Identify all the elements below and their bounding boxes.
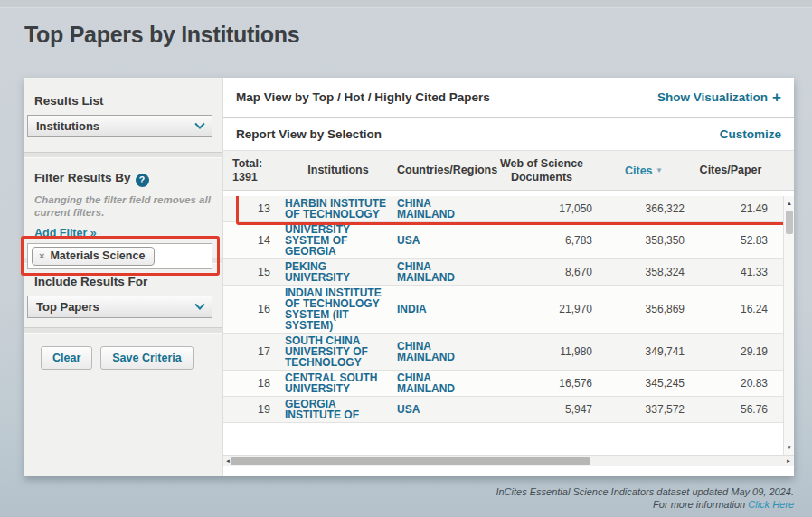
table-row[interactable]: 14 UNIVERSITY SYSTEM OF GEORGIA USA 6,78… bbox=[223, 222, 783, 259]
map-view-title: Map View by Top / Hot / Highly Cited Pap… bbox=[236, 90, 490, 104]
main-panel: Map View by Top / Hot / Highly Cited Pap… bbox=[223, 78, 794, 476]
country-cell: CHINA MAINLAND bbox=[397, 372, 484, 394]
table-row[interactable]: 15 PEKING UNIVERSITY CHINA MAINLAND 8,67… bbox=[223, 259, 783, 286]
institution-link[interactable]: GEORGIA INSTITUTE OF bbox=[285, 399, 392, 420]
horizontal-scrollbar[interactable]: ◄ ► bbox=[223, 455, 794, 466]
institution-link[interactable]: PEKING UNIVERSITY bbox=[285, 261, 392, 283]
wos-documents-cell: 5,947 bbox=[491, 404, 592, 415]
scroll-down-icon[interactable]: ▼ bbox=[784, 442, 795, 453]
plus-icon: + bbox=[772, 91, 781, 103]
include-results-dropdown[interactable]: Top Papers bbox=[27, 296, 212, 318]
cites-cell: 366,322 bbox=[603, 203, 685, 214]
country-cell: CHINA MAINLAND bbox=[397, 198, 484, 220]
top-strip bbox=[0, 0, 812, 8]
filter-tag-label: Materials Science bbox=[50, 249, 145, 262]
wos-documents-cell: 17,050 bbox=[491, 203, 592, 214]
vertical-scrollbar-thumb[interactable] bbox=[786, 211, 793, 234]
table-row[interactable]: 18 CENTRAL SOUTH UNIVERSITY CHINA MAINLA… bbox=[223, 371, 783, 397]
wos-documents-cell: 8,670 bbox=[491, 267, 592, 277]
include-results-section: Include Results For Top Papers bbox=[24, 264, 222, 327]
chevron-down-icon bbox=[194, 299, 204, 309]
rank-cell: 15 bbox=[232, 267, 270, 277]
table-row[interactable]: 16 INDIAN INSTITUTE OF TECHNOLOGY SYSTEM… bbox=[223, 286, 783, 334]
include-results-label: Include Results For bbox=[34, 275, 212, 288]
footer-note: InCites Essential Science Indicators dat… bbox=[496, 485, 794, 511]
cites-cell: 358,324 bbox=[603, 267, 685, 277]
report-view-bar: Report View by Selection Customize bbox=[223, 118, 794, 150]
map-view-bar: Map View by Top / Hot / Highly Cited Pap… bbox=[223, 78, 794, 118]
customize-link[interactable]: Customize bbox=[720, 127, 781, 141]
cites-per-paper-cell: 29.19 bbox=[694, 346, 768, 357]
col-header-wos-documents[interactable]: Web of Science Documents bbox=[491, 157, 592, 184]
col-header-cites-per-paper[interactable]: Cites/Paper bbox=[694, 164, 768, 177]
footer-line1: InCites Essential Science Indicators dat… bbox=[496, 485, 794, 498]
help-icon[interactable]: ? bbox=[136, 174, 149, 187]
institution-link[interactable]: SOUTH CHINA UNIVERSITY OF TECHNOLOGY bbox=[285, 335, 392, 368]
chevron-down-icon bbox=[194, 118, 204, 128]
cites-per-paper-cell: 21.49 bbox=[694, 203, 768, 214]
institution-link[interactable]: UNIVERSITY SYSTEM OF GEORGIA bbox=[285, 224, 392, 257]
wos-documents-cell: 11,980 bbox=[491, 346, 592, 357]
results-list-section: Results List Institutions bbox=[24, 78, 222, 152]
clear-button[interactable]: Clear bbox=[41, 346, 92, 370]
col-header-cites-sorted[interactable]: Cites ▼ bbox=[603, 164, 685, 178]
rank-cell: 13 bbox=[232, 203, 270, 214]
results-list-dropdown[interactable]: Institutions bbox=[27, 115, 212, 137]
institution-link[interactable]: HARBIN INSTITUTE OF TECHNOLOGY bbox=[285, 198, 392, 220]
rank-cell: 16 bbox=[232, 304, 270, 315]
cites-cell: 337,572 bbox=[603, 404, 685, 415]
save-criteria-button[interactable]: Save Criteria bbox=[100, 346, 193, 370]
rank-cell: 19 bbox=[232, 404, 270, 415]
content-container: Results List Institutions Filter Results… bbox=[24, 78, 794, 476]
page-title: Top Papers by Institutions bbox=[24, 22, 299, 48]
country-cell: CHINA MAINLAND bbox=[397, 341, 484, 362]
institution-link[interactable]: CENTRAL SOUTH UNIVERSITY bbox=[285, 372, 392, 394]
cites-per-paper-cell: 52.83 bbox=[694, 235, 768, 246]
filter-tag[interactable]: × Materials Science bbox=[32, 247, 155, 266]
cites-per-paper-cell: 41.33 bbox=[694, 267, 768, 277]
results-list-value: Institutions bbox=[36, 119, 99, 133]
filter-results-label: Filter Results By bbox=[34, 171, 131, 184]
col-header-countries[interactable]: Countries/Regions bbox=[397, 164, 484, 177]
add-filter-link[interactable]: Add Filter » bbox=[34, 227, 97, 240]
cites-per-paper-cell: 16.24 bbox=[694, 304, 768, 315]
filter-note: Changing the filter field removes all cu… bbox=[34, 193, 212, 219]
col-header-institutions[interactable]: Institutions bbox=[285, 164, 392, 177]
results-list-label: Results List bbox=[34, 94, 212, 108]
footer-line2-text: For more information bbox=[653, 499, 748, 510]
table-header: Total: 1391 Institutions Countries/Regio… bbox=[223, 150, 794, 191]
cites-cell: 345,245 bbox=[603, 378, 685, 389]
table-row[interactable]: 13 HARBIN INSTITUTE OF TECHNOLOGY CHINA … bbox=[223, 196, 783, 222]
cites-cell: 356,869 bbox=[603, 304, 685, 315]
report-view-title: Report View by Selection bbox=[236, 127, 382, 141]
country-cell: USA bbox=[397, 404, 484, 415]
table-row[interactable]: 17 SOUTH CHINA UNIVERSITY OF TECHNOLOGY … bbox=[223, 334, 783, 371]
scroll-right-icon[interactable]: ► bbox=[784, 456, 793, 467]
institution-link[interactable]: INDIAN INSTITUTE OF TECHNOLOGY SYSTEM (I… bbox=[285, 287, 392, 331]
sort-desc-icon: ▼ bbox=[656, 166, 663, 174]
horizontal-scrollbar-thumb[interactable] bbox=[231, 457, 590, 465]
total-label: Total: bbox=[232, 157, 270, 171]
remove-tag-icon[interactable]: × bbox=[39, 250, 44, 261]
section-divider bbox=[24, 152, 222, 158]
rank-cell: 18 bbox=[232, 378, 270, 389]
footer-line2: For more information Click Here bbox=[496, 498, 794, 511]
filter-input[interactable]: × Materials Science bbox=[27, 243, 212, 269]
table-body: 13 HARBIN INSTITUTE OF TECHNOLOGY CHINA … bbox=[223, 196, 783, 455]
table-row[interactable]: 19 GEORGIA INSTITUTE OF USA 5,947 337,57… bbox=[223, 397, 783, 423]
show-visualization-link[interactable]: Show Visualization + bbox=[657, 90, 781, 104]
scroll-up-icon[interactable]: ▲ bbox=[784, 198, 795, 209]
section-divider bbox=[24, 327, 222, 334]
total-value: 1391 bbox=[232, 171, 270, 184]
rank-cell: 17 bbox=[232, 346, 270, 357]
rank-cell: 14 bbox=[232, 235, 270, 246]
show-visualization-label: Show Visualization bbox=[657, 90, 768, 104]
country-cell: INDIA bbox=[397, 304, 484, 315]
vertical-scrollbar[interactable]: ▲ ▼ bbox=[783, 196, 794, 455]
filter-section: Filter Results By? Changing the filter f… bbox=[24, 158, 222, 258]
country-cell: CHINA MAINLAND bbox=[397, 261, 484, 283]
cites-per-paper-cell: 56.76 bbox=[694, 404, 768, 415]
click-here-link[interactable]: Click Here bbox=[748, 499, 794, 510]
wos-documents-cell: 6,783 bbox=[491, 235, 592, 246]
country-cell: USA bbox=[397, 235, 484, 246]
